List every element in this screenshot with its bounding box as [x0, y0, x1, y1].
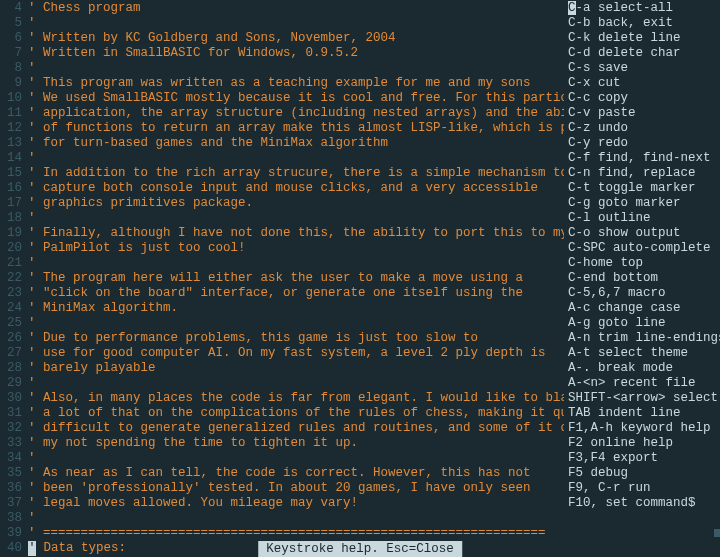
help-line: C-end bottom: [568, 271, 720, 286]
help-line: C-g goto marker: [568, 196, 720, 211]
help-line: C-f find, find-next: [568, 151, 720, 166]
line-number: 13: [0, 136, 22, 151]
help-line: A-n trim line-endings: [568, 331, 720, 346]
help-line: C-z undo: [568, 121, 720, 136]
help-line: A-<n> recent file: [568, 376, 720, 391]
help-line: C-s save: [568, 61, 720, 76]
line-number: 32: [0, 421, 22, 436]
line-number: 24: [0, 301, 22, 316]
help-line: C-d delete char: [568, 46, 720, 61]
line-number: 14: [0, 151, 22, 166]
keystroke-help-panel: C-a select-allC-b back, exitC-k delete l…: [564, 0, 720, 511]
help-line: F1,A-h keyword help: [568, 421, 720, 436]
line-number: 11: [0, 106, 22, 121]
line-number: 31: [0, 406, 22, 421]
help-line: A-. break mode: [568, 361, 720, 376]
scrollbar-thumb[interactable]: [714, 529, 720, 537]
line-number: 5: [0, 16, 22, 31]
help-line: C-a select-all: [568, 1, 720, 16]
line-number: 10: [0, 91, 22, 106]
line-number: 7: [0, 46, 22, 61]
line-number: 18: [0, 211, 22, 226]
line-number: 23: [0, 286, 22, 301]
help-line: C-b back, exit: [568, 16, 720, 31]
help-line: TAB indent line: [568, 406, 720, 421]
line-number: 33: [0, 436, 22, 451]
line-number: 35: [0, 466, 22, 481]
help-line: C-c copy: [568, 91, 720, 106]
status-bar: Keystroke help. Esc=Close: [258, 541, 462, 557]
code-line[interactable]: ': [28, 511, 720, 526]
line-number: 8: [0, 61, 22, 76]
help-line: F2 online help: [568, 436, 720, 451]
line-number: 6: [0, 31, 22, 46]
help-line: C-y redo: [568, 136, 720, 151]
line-number-gutter: 4567891011121314151617181920212223242526…: [0, 0, 28, 557]
line-number: 21: [0, 256, 22, 271]
line-number: 15: [0, 166, 22, 181]
line-number: 34: [0, 451, 22, 466]
line-number: 20: [0, 241, 22, 256]
help-line: C-o show output: [568, 226, 720, 241]
line-number: 12: [0, 121, 22, 136]
line-number: 26: [0, 331, 22, 346]
line-number: 29: [0, 376, 22, 391]
code-line[interactable]: ' ======================================…: [28, 526, 720, 541]
line-number: 4: [0, 1, 22, 16]
help-line: C-l outline: [568, 211, 720, 226]
line-number: 38: [0, 511, 22, 526]
help-line: A-c change case: [568, 301, 720, 316]
help-line: C-v paste: [568, 106, 720, 121]
line-number: 39: [0, 526, 22, 541]
help-line: C-x cut: [568, 76, 720, 91]
help-line: F10, set command$: [568, 496, 720, 511]
line-number: 28: [0, 361, 22, 376]
help-line: C-5,6,7 macro: [568, 286, 720, 301]
line-number: 40: [0, 541, 22, 556]
help-line: C-home top: [568, 256, 720, 271]
help-line: F5 debug: [568, 466, 720, 481]
cursor: ': [28, 541, 36, 556]
line-number: 22: [0, 271, 22, 286]
line-number: 37: [0, 496, 22, 511]
help-line: A-t select theme: [568, 346, 720, 361]
line-number: 27: [0, 346, 22, 361]
line-number: 30: [0, 391, 22, 406]
help-line: C-n find, replace: [568, 166, 720, 181]
help-line: F9, C-r run: [568, 481, 720, 496]
help-line: F3,F4 export: [568, 451, 720, 466]
help-line: C-k delete line: [568, 31, 720, 46]
help-line: A-g goto line: [568, 316, 720, 331]
help-line: C-SPC auto-complete: [568, 241, 720, 256]
line-number: 9: [0, 76, 22, 91]
line-number: 19: [0, 226, 22, 241]
line-number: 17: [0, 196, 22, 211]
line-number: 25: [0, 316, 22, 331]
line-number: 36: [0, 481, 22, 496]
line-number: 16: [0, 181, 22, 196]
help-line: C-t toggle marker: [568, 181, 720, 196]
help-line: SHIFT-<arrow> select: [568, 391, 720, 406]
